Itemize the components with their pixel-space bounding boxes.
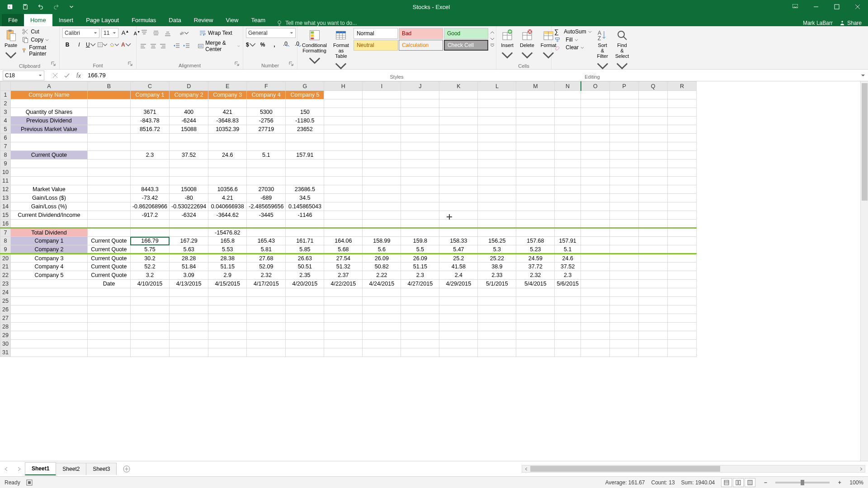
cell[interactable] <box>130 340 169 348</box>
cell[interactable] <box>668 263 697 271</box>
cell[interactable]: 27.68 <box>247 254 286 263</box>
cell[interactable] <box>555 297 581 305</box>
cell[interactable] <box>516 288 555 297</box>
cell[interactable] <box>555 228 581 237</box>
cell[interactable] <box>516 160 555 168</box>
cell[interactable] <box>208 314 247 323</box>
cell[interactable] <box>439 194 478 202</box>
cell[interactable]: Current Quote <box>87 245 130 254</box>
cell[interactable] <box>555 125 581 134</box>
cell[interactable]: -80 <box>170 194 208 202</box>
cell[interactable] <box>286 305 324 314</box>
cell[interactable] <box>555 202 581 211</box>
cell[interactable]: -6244 <box>170 117 208 125</box>
zoom-slider[interactable] <box>775 482 830 483</box>
cell[interactable] <box>401 99 439 108</box>
cell[interactable] <box>639 288 668 297</box>
cell[interactable] <box>363 160 401 168</box>
cell[interactable] <box>639 177 668 185</box>
cell[interactable] <box>610 254 639 263</box>
font-size-select[interactable]: 11 <box>101 28 118 38</box>
row-header[interactable]: 13 <box>0 194 11 202</box>
cell[interactable] <box>478 211 516 220</box>
row-header[interactable]: 1 <box>0 91 11 99</box>
cell[interactable] <box>478 134 516 142</box>
cell[interactable] <box>363 348 401 357</box>
cell[interactable]: 38.9 <box>478 263 516 271</box>
style-check-cell[interactable]: Check Cell <box>444 40 488 51</box>
cell[interactable] <box>247 177 286 185</box>
cell[interactable]: 30.2 <box>130 254 169 263</box>
cell[interactable]: -1146 <box>286 211 324 220</box>
cell[interactable] <box>668 331 697 340</box>
cell[interactable]: 3.2 <box>130 271 169 280</box>
new-sheet-button[interactable] <box>120 464 133 474</box>
cell[interactable]: Current Quote <box>87 271 130 280</box>
cell[interactable] <box>581 323 610 331</box>
row-header[interactable]: 21 <box>0 263 11 271</box>
cell[interactable] <box>555 305 581 314</box>
align-top-button[interactable] <box>139 28 149 38</box>
cell[interactable] <box>610 117 639 125</box>
cell[interactable] <box>130 314 169 323</box>
cell[interactable] <box>324 305 363 314</box>
cell[interactable] <box>478 108 516 117</box>
cell[interactable] <box>401 340 439 348</box>
cell[interactable] <box>10 220 87 228</box>
cell[interactable] <box>668 108 697 117</box>
cell[interactable] <box>581 288 610 297</box>
cell[interactable]: Previous Market Value <box>10 125 87 134</box>
cell[interactable] <box>208 297 247 305</box>
tell-me-search[interactable]: Tell me what you want to do... <box>276 20 357 26</box>
cell[interactable] <box>324 323 363 331</box>
cell[interactable] <box>610 263 639 271</box>
cell[interactable]: 50.51 <box>286 263 324 271</box>
cell[interactable] <box>247 220 286 228</box>
cell[interactable] <box>668 99 697 108</box>
align-middle-button[interactable] <box>151 28 161 38</box>
cell[interactable]: 5.47 <box>439 245 478 254</box>
cell[interactable] <box>516 211 555 220</box>
cell[interactable] <box>401 288 439 297</box>
cell[interactable]: Current Dividend/Income <box>10 211 87 220</box>
cell[interactable] <box>439 108 478 117</box>
cell[interactable] <box>639 151 668 160</box>
cell[interactable] <box>516 168 555 177</box>
cell[interactable]: 5.63 <box>170 245 208 254</box>
copy-button[interactable]: Copy <box>22 36 57 43</box>
cell[interactable] <box>170 228 208 237</box>
cell[interactable] <box>286 314 324 323</box>
row-header[interactable]: 2 <box>0 99 11 108</box>
cell[interactable] <box>87 185 130 194</box>
cell[interactable] <box>639 142 668 151</box>
cell[interactable]: 4/24/2015 <box>363 280 401 288</box>
row-header[interactable]: 16 <box>0 220 11 228</box>
sheet-tab-2[interactable]: Sheet2 <box>56 463 86 475</box>
cell[interactable]: Current Quote <box>87 263 130 271</box>
cell[interactable] <box>478 288 516 297</box>
scroll-left-button[interactable] <box>522 465 530 472</box>
cell[interactable] <box>10 305 87 314</box>
cell[interactable] <box>10 348 87 357</box>
cell[interactable] <box>87 160 130 168</box>
row-header[interactable]: 26 <box>0 305 11 314</box>
tab-insert[interactable]: Insert <box>52 14 80 26</box>
cell[interactable] <box>401 142 439 151</box>
cell[interactable] <box>10 288 87 297</box>
cell[interactable] <box>208 288 247 297</box>
cell[interactable] <box>639 117 668 125</box>
cell[interactable] <box>247 142 286 151</box>
cell[interactable] <box>363 91 401 99</box>
cell[interactable] <box>87 331 130 340</box>
cell[interactable] <box>208 348 247 357</box>
cell[interactable]: 5.5 <box>401 245 439 254</box>
maximize-icon[interactable] <box>826 0 847 14</box>
cell[interactable] <box>639 348 668 357</box>
cell[interactable]: Company Name <box>10 91 87 99</box>
cell[interactable] <box>363 142 401 151</box>
cell[interactable] <box>363 177 401 185</box>
cell[interactable] <box>668 134 697 142</box>
cell[interactable]: 28.28 <box>170 254 208 263</box>
cell[interactable]: 0.145865043 <box>286 202 324 211</box>
cell[interactable] <box>581 117 610 125</box>
